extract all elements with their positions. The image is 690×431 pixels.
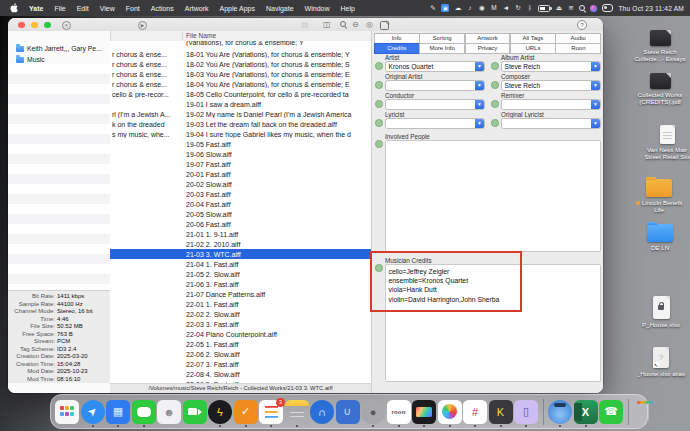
menu-item-edit[interactable]: Edit xyxy=(77,5,89,12)
dock-item-gray-mascot-app[interactable]: ● xyxy=(361,400,385,424)
dock-item-messages[interactable] xyxy=(132,400,156,424)
combo-dropdown-button[interactable]: ▾ xyxy=(591,100,600,109)
file-name-column-header[interactable]: File Name xyxy=(186,31,216,41)
tab-more-info[interactable]: More Info xyxy=(419,43,465,54)
field-combo-box[interactable]: ▾ xyxy=(385,80,486,91)
time-machine-icon[interactable]: ↻ xyxy=(514,0,521,16)
play-icon[interactable]: ▶ xyxy=(138,21,147,30)
tab-credits[interactable]: Credits xyxy=(374,43,420,54)
combo-dropdown-button[interactable]: ▾ xyxy=(475,119,484,128)
tab-artwork[interactable]: Artwork xyxy=(465,33,511,44)
menu-item-font[interactable]: Font xyxy=(126,5,140,12)
file-row[interactable]: 22-02 2. Slow.aiff xyxy=(110,309,371,319)
dock-item-backpack-app[interactable]: ∪ xyxy=(336,400,360,424)
dock-item-safari[interactable]: ➤ xyxy=(81,400,105,424)
menu-item-file[interactable]: File xyxy=(54,5,65,12)
search-icon[interactable] xyxy=(340,21,346,27)
combo-dropdown-button[interactable]: ▾ xyxy=(591,81,600,90)
dock-item-checkmark-tasks-app[interactable]: ✓ xyxy=(234,400,258,424)
file-row[interactable]: 22-01 1. Fast.aiff xyxy=(110,299,371,309)
doc-van-ness[interactable]: Van Ness MairStreet Retail Stu xyxy=(635,125,690,160)
file-row[interactable]: 20-03 Fast.aiff xyxy=(110,189,371,199)
field-combo-box[interactable]: ▾ xyxy=(385,118,486,129)
sidebar-item[interactable]: Music xyxy=(8,54,110,64)
dock-item-facetime[interactable] xyxy=(183,400,207,424)
moom-icon[interactable]: M xyxy=(490,0,497,16)
file-row[interactable]: 19-07 Fast.aiff xyxy=(110,159,371,169)
field-combo-box[interactable]: ▾ xyxy=(501,118,602,129)
file-row[interactable]: 22-04 Piano Counterpoint.aiff xyxy=(110,329,371,339)
menu-item-apple-apps[interactable]: Apple Apps xyxy=(220,5,255,12)
dock-item-iphone-mirroring[interactable]: ▯ xyxy=(514,400,538,424)
file-row[interactable]: k on the dreaded19-03 Let the dream fall… xyxy=(110,119,371,129)
file-row[interactable]: 20-04 Fast.aiff xyxy=(110,199,371,209)
battery-icon[interactable] xyxy=(538,5,550,12)
file-list[interactable]: (Variations), for chorus & ensemble; Yr … xyxy=(110,41,371,383)
file-row[interactable]: 22-03 3. Fast.aiff xyxy=(110,319,371,329)
file-row[interactable]: 21-04 1. Fast.aiff xyxy=(110,259,371,269)
combo-dropdown-button[interactable]: ▾ xyxy=(591,62,600,71)
dock-item-trash[interactable] xyxy=(633,400,657,424)
blue-app-icon[interactable]: ▣ xyxy=(441,4,449,12)
combo-dropdown-button[interactable]: ▾ xyxy=(475,100,484,109)
file-row[interactable]: 20-01 Fast.aiff xyxy=(110,169,371,179)
remove-icon[interactable]: ⊖ xyxy=(352,20,359,30)
file-row[interactable]: 21-07 Dance Patterns.aiff xyxy=(110,289,371,299)
menu-item-navigate[interactable]: Navigate xyxy=(266,5,294,12)
menu-item-help[interactable]: Help xyxy=(340,5,354,12)
file-row[interactable]: 22-07 3. Fast.aiff xyxy=(110,359,371,369)
menu-item-window[interactable]: Window xyxy=(305,5,330,12)
tab-all-tags[interactable]: All Tags xyxy=(510,33,556,44)
combo-dropdown-button[interactable]: ▾ xyxy=(475,62,484,71)
clear-icon[interactable]: ✕ xyxy=(62,21,71,30)
file-row[interactable]: r chorus & ense...18-01 You Are (Variati… xyxy=(110,49,371,59)
file-row[interactable]: 20-02 Slow.aiff xyxy=(110,179,371,189)
control-center-icon[interactable] xyxy=(602,4,613,12)
dock-item-passwords-keys-app[interactable]: K xyxy=(489,400,513,424)
zoom-button[interactable] xyxy=(44,22,51,29)
file-row[interactable]: r chorus & ense...18-02 You Are (Variati… xyxy=(110,59,371,69)
file-row[interactable]: cello & pre-recor...18-05 Cello Counterp… xyxy=(110,89,371,99)
file-row[interactable]: s my music, whe...19-04 I sure hope Gabr… xyxy=(110,129,371,139)
file-p-house-xlsx[interactable]: P_House.xlsx xyxy=(629,296,690,328)
volume-icon[interactable]: ◄ xyxy=(502,0,509,16)
edit-compose-icon[interactable]: ✎ xyxy=(429,0,436,16)
apple-menu[interactable] xyxy=(10,3,18,13)
dock-item-blue-media-app[interactable]: ▦ xyxy=(106,400,130,424)
field-combo-box[interactable]: Steve Reich▾ xyxy=(501,61,602,72)
tab-sorting[interactable]: Sorting xyxy=(419,33,465,44)
edit-compose-icon[interactable] xyxy=(380,21,389,30)
siri-icon[interactable] xyxy=(590,5,597,12)
search-icon[interactable] xyxy=(579,5,585,11)
dock-item-headphones-app[interactable]: ∩ xyxy=(310,400,334,424)
file-row[interactable]: 21-05 2. Slow.aiff xyxy=(110,269,371,279)
menu-item-actions[interactable]: Actions xyxy=(151,5,174,12)
dock-item-photos[interactable] xyxy=(438,400,462,424)
tab-privacy[interactable]: Privacy xyxy=(465,43,511,54)
combo-dropdown-button[interactable]: ▾ xyxy=(475,81,484,90)
menu-item-yate[interactable]: Yate xyxy=(29,5,43,12)
file-row-partial[interactable]: (Variations), for chorus & ensemble; Y xyxy=(110,41,371,47)
tab-urls[interactable]: URLs xyxy=(510,43,556,54)
file-row[interactable]: 22-05 1. Fast.aiff xyxy=(110,339,371,349)
menu-bar-clock[interactable]: Thu Oct 23 11:42 AM xyxy=(618,5,684,12)
folder-lincoln-benefit-life[interactable]: Lincoln BenefitLife xyxy=(627,179,690,213)
save-icon[interactable]: ▤ xyxy=(301,20,309,30)
screen-record-icon[interactable]: ◉ xyxy=(478,0,485,16)
combo-dropdown-button[interactable]: ▾ xyxy=(591,119,600,128)
file-row[interactable]: 21-01 1. 9-11.aiff xyxy=(110,229,371,239)
tab-audio[interactable]: Audio xyxy=(555,33,601,44)
file-row[interactable]: 19-05 Fast.aiff xyxy=(110,139,371,149)
record-icon[interactable]: ◎ xyxy=(366,20,373,30)
audio-panel-icon[interactable]: ◫ xyxy=(323,20,331,30)
dock-item-reminders[interactable]: 3 xyxy=(259,400,283,424)
close-button[interactable] xyxy=(18,22,25,29)
pdf-collected-works-credits[interactable]: Collected Works(CREDITS).pdf xyxy=(628,73,690,105)
bluetooth-icon[interactable]: ᛒ xyxy=(526,0,533,16)
dock-item-phone[interactable]: ☎ xyxy=(599,400,623,424)
dock-item-excel[interactable]: X xyxy=(574,400,598,424)
tab-roon[interactable]: Roon xyxy=(555,43,601,54)
dock-item-roon[interactable]: roon xyxy=(387,400,411,424)
file-row[interactable]: 22-08 4. Slow.aiff xyxy=(110,369,371,379)
file-house-xlsx-alias[interactable]: ?↖_House.xlsx alias xyxy=(629,347,690,377)
